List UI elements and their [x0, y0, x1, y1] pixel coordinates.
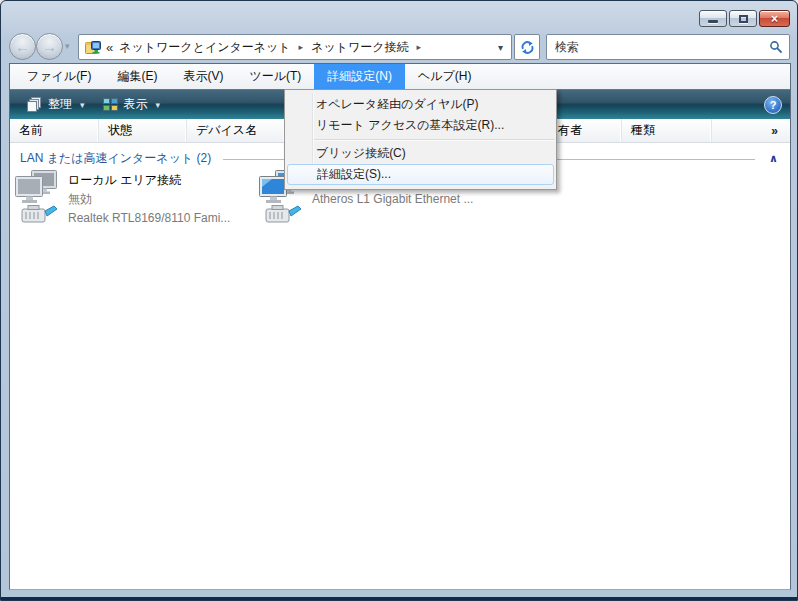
connection-name: ローカル エリア接続	[68, 171, 230, 190]
menu-item-operator-assisted-dialing[interactable]: オペレータ経由のダイヤル(P)	[285, 94, 556, 115]
group-label[interactable]: LAN または高速インターネット (2)	[20, 150, 211, 167]
restore-button[interactable]	[729, 10, 757, 27]
connection-device: Atheros L1 Gigabit Ethernet ...	[312, 190, 473, 209]
collapse-icon: ∧	[769, 152, 778, 164]
column-header-type[interactable]: 種類	[622, 119, 712, 142]
breadcrumb-item-network-and-internet[interactable]: ネットワークとインターネット	[119, 39, 290, 56]
address-bar[interactable]: « ネットワークとインターネット ▸ ネットワーク接続 ▸ ▾	[78, 34, 512, 60]
group-collapse-button[interactable]: ∧	[769, 152, 778, 165]
chevron-down-icon: ▾	[80, 100, 85, 110]
close-icon: ×	[771, 13, 778, 25]
back-icon: ←	[15, 38, 30, 55]
column-header-name[interactable]: 名前	[10, 119, 99, 142]
column-header-more[interactable]: »	[712, 119, 790, 142]
organize-label: 整理	[48, 96, 72, 113]
menu-bar: ファイル(F) 編集(E) 表示(V) ツール(T) 詳細設定(N) ヘルプ(H…	[10, 64, 790, 89]
breadcrumb-overflow-icon[interactable]: «	[106, 40, 113, 55]
close-button[interactable]: ×	[759, 10, 790, 27]
menu-help[interactable]: ヘルプ(H)	[405, 64, 485, 89]
address-dropdown-button[interactable]: ▾	[494, 42, 507, 53]
refresh-icon	[520, 40, 535, 55]
menu-item-remote-access-preferences[interactable]: リモート アクセスの基本設定(R)...	[285, 115, 556, 136]
chevron-down-icon: ▾	[65, 41, 70, 51]
views-label: 表示	[124, 96, 148, 113]
search-icon	[769, 40, 783, 54]
views-icon	[103, 97, 118, 112]
window-bottom-frame	[1, 597, 797, 600]
column-header-device[interactable]: デバイス名	[187, 119, 285, 142]
connection-status: 無効	[68, 190, 230, 209]
connection-device: Realtek RTL8169/8110 Fami...	[68, 209, 230, 228]
organize-icon	[27, 97, 42, 112]
menu-advanced[interactable]: 詳細設定(N)	[314, 64, 405, 89]
refresh-button[interactable]	[514, 34, 540, 60]
menu-edit[interactable]: 編集(E)	[104, 64, 170, 89]
forward-icon: →	[42, 38, 57, 55]
more-columns-icon: »	[771, 124, 778, 138]
column-header-status[interactable]: 状態	[99, 119, 187, 142]
restore-icon	[739, 15, 748, 23]
list-item-local-area-connection[interactable]: ローカル エリア接続 無効 Realtek RTL8169/8110 Fami.…	[14, 169, 254, 228]
breadcrumb-separator-icon[interactable]: ▸	[299, 42, 304, 52]
back-button[interactable]: ←	[9, 33, 36, 60]
chevron-down-icon: ▾	[156, 100, 161, 110]
menu-item-advanced-settings[interactable]: 詳細設定(S)...	[287, 164, 554, 185]
breadcrumb-item-network-connections[interactable]: ネットワーク接続	[311, 39, 408, 56]
history-dropdown[interactable]: ▾	[65, 41, 70, 51]
search-box	[546, 34, 790, 60]
minimize-icon	[708, 20, 718, 23]
file-list: LAN または高速インターネット (2) ∧	[10, 143, 790, 589]
menu-item-bridge-connections[interactable]: ブリッジ接続(C)	[285, 143, 556, 164]
minimize-button[interactable]	[699, 10, 727, 27]
menu-separator	[314, 139, 555, 140]
menu-tools[interactable]: ツール(T)	[236, 64, 314, 89]
search-input[interactable]	[553, 39, 769, 55]
help-icon: ?	[770, 99, 777, 111]
help-button[interactable]: ?	[764, 96, 782, 114]
forward-button[interactable]: →	[36, 33, 63, 60]
column-header-owner[interactable]: 有者	[547, 119, 622, 142]
item-text: ローカル エリア接続 無効 Realtek RTL8169/8110 Fami.…	[68, 169, 230, 228]
views-button[interactable]: 表示 ▾	[94, 93, 170, 116]
network-adapter-disabled-icon	[14, 169, 60, 225]
caption-buttons: ×	[699, 10, 790, 27]
advanced-menu-dropdown: オペレータ経由のダイヤル(P) リモート アクセスの基本設定(R)... ブリッ…	[284, 89, 557, 190]
breadcrumb-separator-icon[interactable]: ▸	[417, 42, 422, 52]
organize-button[interactable]: 整理 ▾	[18, 93, 94, 116]
menu-view[interactable]: 表示(V)	[170, 64, 236, 89]
network-folder-icon	[85, 40, 102, 55]
explorer-window: × ← → ▾ « ネットワークとインターネット ▸ ネットワーク接続 ▸ ▾	[0, 0, 798, 601]
menu-file[interactable]: ファイル(F)	[14, 64, 104, 89]
